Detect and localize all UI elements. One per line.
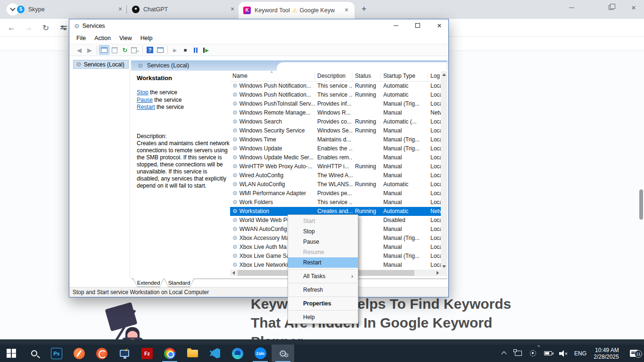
table-row[interactable]: ⚙Windows Security ServiceWindows Se...Ru… <box>230 126 441 135</box>
close-tab-icon[interactable]: × <box>228 5 237 14</box>
table-row[interactable]: ⚙Wired AutoConfigThe Wired A...ManualLoc… <box>230 171 441 180</box>
scroll-up-button[interactable] <box>441 71 447 78</box>
stop-service-link[interactable]: Stop <box>137 89 149 96</box>
taskbar-orange-app-1[interactable] <box>68 345 91 362</box>
tab-skype[interactable]: S Skype × <box>17 0 124 19</box>
tab-chatgpt[interactable]: ⁕ ChatGPT × <box>132 0 237 19</box>
taskbar-edge[interactable] <box>226 345 249 362</box>
menu-item-stop[interactable]: Stop <box>288 226 358 237</box>
toolbar-properties-icon[interactable] <box>109 45 120 55</box>
table-row[interactable]: ⚙Windows SearchProvides co...RunningAuto… <box>230 117 441 126</box>
taskbar-vscode[interactable] <box>204 345 226 362</box>
column-header-description[interactable]: Description <box>315 71 353 82</box>
services-maximize-button[interactable] <box>410 21 426 31</box>
toolbar-help-icon[interactable]: ? <box>145 45 155 55</box>
toolbar-restart-service-icon[interactable]: ▶ <box>201 45 211 55</box>
tab-extended[interactable]: Extended <box>133 279 164 287</box>
column-header-startup-type[interactable]: Startup Type <box>381 71 428 82</box>
volume-muted-icon[interactable]: × <box>556 345 571 362</box>
menu-item-refresh[interactable]: Refresh <box>288 285 358 295</box>
windows-logo-icon <box>7 349 16 358</box>
taskbar-file-explorer[interactable] <box>181 345 204 362</box>
pause-service-link[interactable]: Pause <box>137 97 153 103</box>
browser-minimize-button[interactable] <box>561 0 582 16</box>
language-indicator[interactable]: ENG <box>571 345 589 362</box>
menu-item-resume[interactable]: Resume <box>288 247 358 257</box>
taskbar-start-button[interactable] <box>0 345 23 362</box>
toolbar-extended-view-icon[interactable] <box>155 45 165 55</box>
table-row[interactable]: ⚙WLAN AutoConfigThe WLANS...RunningAutom… <box>230 180 441 189</box>
forward-button[interactable]: → <box>25 23 33 33</box>
browser-scrollbar-thumb[interactable] <box>639 189 643 220</box>
reload-button[interactable]: ↻ <box>42 23 49 33</box>
services-minimize-button[interactable] <box>388 21 404 31</box>
new-tab-button[interactable]: + <box>358 4 370 15</box>
menu-item-start[interactable]: Start <box>288 216 358 226</box>
menu-item-all-tasks[interactable]: All Tasks› <box>288 271 358 281</box>
service-gear-icon: ⚙ <box>232 163 238 170</box>
browser-close-button[interactable]: × <box>623 0 644 16</box>
toolbar-forward-icon[interactable]: ▶ <box>84 45 95 55</box>
menu-item-pause[interactable]: Pause <box>288 237 358 247</box>
table-row[interactable]: ⚙Windows UpdateEnables the ...Manual (Tr… <box>230 144 441 153</box>
table-row[interactable]: ⚙Work FoldersThis service ...ManualLoca <box>230 198 441 207</box>
taskbar-remote-desktop[interactable] <box>113 345 136 362</box>
taskbar-taskbar-search[interactable] <box>23 345 45 362</box>
menu-item-restart[interactable]: Restart <box>288 257 358 268</box>
browser-restore-button[interactable] <box>601 0 621 16</box>
menu-help[interactable]: Help <box>136 33 157 43</box>
clock[interactable]: 10:49 AM2/28/2025 <box>589 345 623 362</box>
battery-icon[interactable]: ⌁ <box>540 345 556 362</box>
tree-item-services-local[interactable]: ⚙ Services (Local) <box>73 60 129 69</box>
toolbar-export-list-icon[interactable]: → <box>130 45 140 55</box>
table-row[interactable]: ⚙Windows Remote Manage...Windows R...Man… <box>230 108 441 117</box>
cell-logon: Loca <box>428 144 441 153</box>
scroll-down-button[interactable] <box>441 263 447 270</box>
toolbar-start-service-icon[interactable]: ▶ <box>170 45 180 55</box>
column-header-status[interactable]: Status <box>353 71 381 82</box>
taskbar-photoshop[interactable]: Ps <box>45 345 68 362</box>
table-row[interactable]: ⚙WMI Performance AdapterProvides pe...Ma… <box>230 189 441 198</box>
link-rest: the service <box>149 89 177 96</box>
table-row[interactable]: ⚙Windows Update Medic Ser...Enables rem.… <box>230 153 441 162</box>
restart-service-link[interactable]: Restart <box>137 104 155 110</box>
services-close-button[interactable]: × <box>431 21 447 31</box>
network-display-icon[interactable] <box>511 345 526 362</box>
tab-keyword-tool[interactable]: K Keyword Tool ⚠ Google Keyw × <box>239 2 355 19</box>
pause-icon <box>194 48 195 53</box>
notification-center-button[interactable]: 11 <box>623 345 644 362</box>
menu-item-properties[interactable]: Properties <box>288 298 358 309</box>
tray-show-hidden-button[interactable] <box>497 345 511 362</box>
toolbar-stop-service-icon[interactable]: ■ <box>180 45 190 55</box>
cell-desc: Enables rem... <box>315 153 353 162</box>
column-header-log-on-as[interactable]: Log <box>428 71 441 82</box>
table-row[interactable]: ⚙Windows Push Notification...This servic… <box>230 90 441 99</box>
cell-name: ⚙WLAN AutoConfig <box>230 180 315 189</box>
taskbar-zalo[interactable]: Zalo <box>249 345 272 362</box>
close-tab-icon[interactable]: × <box>342 6 351 15</box>
table-row[interactable]: ⚙Windows Push Notification...This servic… <box>230 82 441 90</box>
table-row[interactable]: ⚙WinHTTP Web Proxy Auto-...WinHTTP i...R… <box>230 162 441 171</box>
toolbar-show-console-tree-icon[interactable] <box>99 45 109 55</box>
menu-view[interactable]: View <box>115 33 136 43</box>
close-tab-icon[interactable]: × <box>116 5 124 14</box>
table-row[interactable]: ⚙Windows TimeMaintains d...Manual (Trig.… <box>230 135 441 144</box>
tab-standard[interactable]: Standard <box>164 279 194 287</box>
table-row[interactable]: ⚙Windows PushToInstall Serv...Provides i… <box>230 99 441 108</box>
toolbar-back-icon[interactable]: ◀ <box>74 45 84 55</box>
scroll-left-icon[interactable] <box>232 271 235 275</box>
tune-icon[interactable] <box>60 25 67 31</box>
taskbar-services-app[interactable]: ⚙ <box>272 345 294 362</box>
column-header-name[interactable]: Name^ <box>230 71 315 82</box>
taskbar-orange-app-2[interactable] <box>91 345 113 362</box>
menu-item-help[interactable]: Help <box>288 312 358 322</box>
scroll-right-icon[interactable] <box>437 271 439 275</box>
menu-action[interactable]: Action <box>90 33 115 43</box>
toolbar-refresh-icon[interactable]: ↻ <box>120 45 130 55</box>
vertical-scrollbar[interactable] <box>441 71 447 270</box>
menu-file[interactable]: File <box>72 33 90 43</box>
back-button[interactable]: ← <box>8 23 16 33</box>
taskbar-filezilla[interactable]: Fz <box>136 345 158 362</box>
taskbar-chrome[interactable] <box>158 345 181 362</box>
toolbar-pause-service-icon[interactable] <box>190 45 201 55</box>
